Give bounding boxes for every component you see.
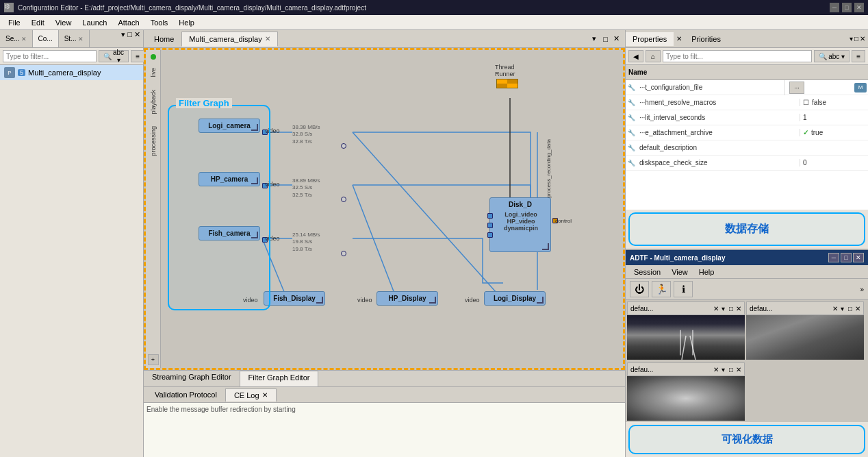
menu-file[interactable]: File [3,17,26,28]
tab-main-close[interactable]: ✕ [265,35,270,42]
disk-port-logi: Logi_video [494,211,548,218]
props-row-2[interactable]: 🔧 ···lit_interval_seconds 1 [626,110,868,125]
node-disk-d[interactable]: Disk_D Logi_video HP_video dynamicpin [489,197,551,252]
menu-view[interactable]: View [50,17,77,28]
camera-1-min[interactable]: ▾ [841,305,844,312]
adtf-run-btn[interactable]: 🏃 [652,281,671,297]
props-filter-bar: ◀ ⌂ 🔍 abc ▾ ≡ [626,48,868,65]
camera-2-close2[interactable]: ✕ [736,366,741,373]
hp-camera-port-label: video [265,181,280,188]
filter-input[interactable] [3,50,97,62]
props-dock-btn[interactable]: □ [854,35,858,42]
ce-log-close[interactable]: ✕ [262,391,268,399]
props-tab-close[interactable]: ✕ [674,35,685,42]
props-table: Name 🔧 ···t_configuration_file ··· M 🔧 ·… [626,65,868,210]
camera-1-close2[interactable]: ✕ [855,305,860,312]
adtf-maximize-btn[interactable]: □ [841,253,852,262]
tab-properties[interactable]: Properties [626,32,674,46]
adtf-expand-icon[interactable]: » [860,286,864,293]
adtf-info-btn[interactable]: ℹ [674,281,693,297]
tab-close-icon[interactable]: ✕ [611,34,622,43]
panel-menu-btn[interactable]: ▾ □ ✕ [118,30,143,47]
close-button[interactable]: ✕ [854,3,864,12]
adtf-power-btn[interactable]: ⏻ [630,281,649,297]
props-row-4[interactable]: 🔧 default_description [626,140,868,156]
tab-st[interactable]: St... ✕ [59,30,90,47]
playback-label: playback [150,90,157,114]
node-fish-display[interactable]: Fish_Display [264,291,325,306]
filter-options-btn[interactable]: ≡ [131,50,144,62]
tab-multi-camera[interactable]: Multi_camera_display ✕ [181,32,277,47]
tab-maximize-icon[interactable]: □ [600,35,611,43]
center-tab-bar: Home Multi_camera_display ✕ ▾ □ ✕ [144,30,625,48]
tab-se-close[interactable]: ✕ [21,36,27,42]
camera-0-max[interactable]: □ [729,305,733,312]
tab-filter-graph[interactable]: Filter Graph Editor [240,371,319,386]
logi-camera-port-label: video [265,127,280,134]
node-hp-display[interactable]: HP_Display [376,291,438,306]
props-header: Name [626,65,868,80]
menu-tools[interactable]: Tools [145,17,174,28]
tab-st-close[interactable]: ✕ [78,36,84,42]
props-row-0-edit-btn[interactable]: ··· [789,82,804,94]
camera-2-min[interactable]: ▾ [722,366,725,373]
props-minimize-btn[interactable]: ▾ [850,35,853,42]
maximize-button[interactable]: □ [842,3,852,12]
node-hp-camera[interactable]: HP_camera [199,172,260,186]
node-logi-camera[interactable]: Logi_camera [199,119,260,133]
adtf-title-controls[interactable]: ─ □ ✕ [828,253,864,262]
props-back-btn[interactable]: ◀ [628,50,643,62]
props-row-4-icon: 🔧 [626,145,637,151]
tab-streaming-graph[interactable]: Streaming Graph Editor [144,371,240,386]
graph-canvas[interactable]: live playback processing + [144,48,625,370]
camera-0-close2[interactable]: ✕ [736,305,741,312]
window-controls[interactable]: ─ □ ✕ [830,3,864,12]
camera-view-1: defau... ✕ ▾ □ ✕ [746,301,864,360]
add-btn[interactable]: + [148,354,159,365]
props-filter-options-btn[interactable]: ≡ [852,50,865,62]
tab-dropdown-arrow[interactable]: ▾ [588,34,600,43]
camera-1-max[interactable]: □ [848,305,852,312]
props-row-0[interactable]: 🔧 ···t_configuration_file ··· M [626,80,868,95]
tab-home[interactable]: Home [146,32,181,47]
props-row-1[interactable]: 🔧 ···hment_resolve_macros ☐ false [626,95,868,110]
minimize-button[interactable]: ─ [830,3,839,12]
props-filter-input[interactable] [663,50,812,62]
node-logi-display[interactable]: Logi_Display [484,291,546,306]
window-title: Configuration Editor - E:/adtf_project/M… [18,4,830,12]
props-window-controls[interactable]: ▾ □ ✕ [850,35,868,42]
menu-help[interactable]: Help [173,17,200,28]
props-close-btn2[interactable]: ✕ [860,35,865,42]
props-home-btn[interactable]: ⌂ [646,50,661,62]
log-panel: Enable the message buffer redirection by… [144,402,625,457]
camera-2-max[interactable]: □ [729,366,733,373]
props-row-5[interactable]: 🔧 diskspace_check_size 0 [626,156,868,171]
menu-attach[interactable]: Attach [112,17,144,28]
menu-edit[interactable]: Edit [26,17,50,28]
tree-item-multi-camera[interactable]: P 5 Multi_camera_display [0,65,143,80]
props-filter-abc-btn[interactable]: 🔍 abc ▾ [814,50,850,62]
camera-0-min[interactable]: ▾ [722,305,725,312]
camera-2-close[interactable]: ✕ [713,366,719,373]
tab-priorities[interactable]: Priorities [685,32,728,46]
props-row-3[interactable]: 🔧 ···e_attachment_archive ✓ true [626,125,868,140]
filter-abc-btn[interactable]: 🔍 abc ▾ [99,50,129,62]
props-col-name: Name [628,69,865,76]
tab-co[interactable]: Co... [33,30,59,47]
camera-0-close[interactable]: ✕ [713,305,719,312]
adtf-menu-session[interactable]: Session [628,267,666,277]
visualization-label: 可视化数据 [722,433,773,445]
props-row-4-name: default_description [637,144,800,151]
tab-ce-log[interactable]: CE Log ✕ [225,388,277,402]
adtf-close-btn[interactable]: ✕ [853,253,864,262]
tab-se[interactable]: Se... ✕ [0,30,33,47]
node-fish-camera[interactable]: Fish_camera [199,226,260,240]
adtf-minimize-btn[interactable]: ─ [828,253,839,262]
adtf-menu-view[interactable]: View [666,267,693,277]
adtf-menu-help[interactable]: Help [693,267,720,277]
menu-launch[interactable]: Launch [77,17,112,28]
camera-1-close[interactable]: ✕ [832,305,838,312]
tab-validation[interactable]: Validation Protocol [146,388,225,401]
live-label: live [150,68,157,77]
log-text: Enable the message buffer redirection by… [146,406,296,413]
